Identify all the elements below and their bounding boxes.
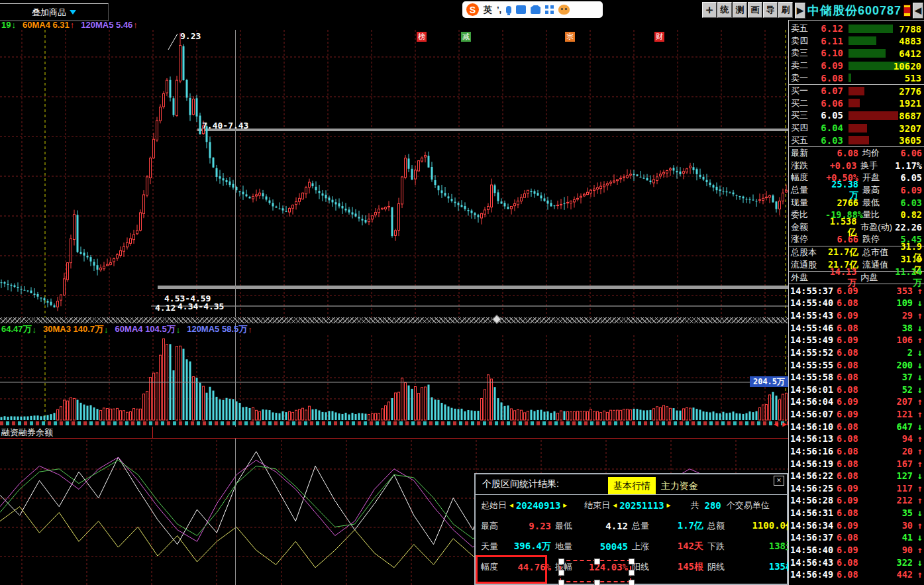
event-marker-财[interactable]: 财	[654, 32, 664, 42]
tool-button-导[interactable]: 导	[763, 2, 778, 18]
time-sales-list[interactable]: 14:55:376.09353↑14:55:406.08109↓14:55:43…	[789, 284, 924, 585]
tick-row: 14:56:286.09212↑	[789, 494, 924, 507]
dialog-stats-grid: 最高9.23最低4.12总量1.7亿总额1100.0亿天量396.4万地量500…	[476, 515, 787, 577]
order-book-row-sell[interactable]: 卖二6.0910620	[789, 60, 924, 72]
volume-crosshair-value-label: 204.5万	[750, 376, 788, 387]
order-book-row-buy[interactable]: 买三6.058687	[789, 109, 924, 122]
up-arrow-icon: ↑	[913, 569, 923, 580]
volume-page-arrows[interactable]: ◄►	[772, 420, 790, 428]
selection-handle[interactable]	[558, 580, 564, 585]
tick-row: 14:56:076.09121↑	[789, 408, 924, 421]
tool-button-统[interactable]: 统	[717, 2, 732, 18]
order-book-row-buy[interactable]: 买一6.072776	[789, 85, 924, 97]
order-book-row-buy[interactable]: 买四6.043207	[789, 122, 924, 134]
date-next-icon[interactable]: ►	[562, 502, 568, 509]
top-bar: 叠加商品 S 英 ’, ✛统测画导刷 ▶ 中储股份600787 ◀	[0, 0, 924, 20]
order-book-row-buy[interactable]: 买二6.061921	[789, 97, 924, 110]
start-date-value[interactable]: 20240913	[516, 500, 560, 511]
indicator-segment: 120MA5 58.5万↑	[187, 325, 252, 334]
start-date-label: 起始日	[481, 500, 507, 511]
panel-expand-button[interactable]: ▶	[795, 3, 805, 19]
up-arrow-icon: ↑	[913, 495, 923, 505]
keyboard-icon[interactable]	[516, 5, 526, 14]
quote-panel: 卖五6.127788卖四6.114883卖三6.106412卖二6.091062…	[788, 20, 924, 585]
overlay-commodity-menu[interactable]: 叠加商品	[0, 3, 109, 21]
event-marker-榜[interactable]: 榜	[417, 32, 427, 42]
down-arrow-icon: ↓	[913, 557, 923, 568]
stock-title-bar: ▶ 中储股份600787 ◀	[795, 2, 923, 19]
up-arrow-icon: ↑	[913, 286, 923, 296]
stock-name: 中储股份600787	[807, 3, 901, 19]
toolbox-grid-icon[interactable]	[545, 5, 554, 14]
selection-handle[interactable]	[629, 580, 635, 585]
down-arrow-icon: ↓	[913, 323, 923, 333]
indicator-segment: 120MA5 5.46↑	[81, 20, 138, 30]
indicator-segment: 64.47万↓	[1, 325, 36, 334]
down-arrow-icon: ↓	[913, 297, 923, 308]
dialog-range-row: 起始日 ◄ 20240913 ► 结束日 ◄ 20251113 ► 共 280 …	[476, 495, 787, 515]
down-arrow-icon: ↓	[913, 507, 923, 518]
tick-row: 14:56:436.08322↓	[789, 556, 924, 568]
peak-price-label: 9.23	[180, 31, 201, 41]
tick-row: 14:55:586.0837↓	[789, 371, 924, 384]
overlay-commodity-label: 叠加商品	[32, 7, 66, 19]
down-arrow-icon: ↓	[913, 532, 923, 543]
down-arrow-icon: ↓	[913, 384, 923, 395]
dialog-stats-row: 天量396.4万地量50045上涨142天下跌138天	[476, 536, 787, 557]
end-date-value[interactable]: 20251113	[619, 500, 664, 511]
order-book-row-sell[interactable]: 卖五6.127788	[789, 23, 924, 35]
quote-stats: 最新6.08均价6.06涨跌+0.03换手1.17%幅度+0.50%开盘6.05…	[789, 147, 924, 246]
indicator-segment: 19↓	[1, 20, 16, 30]
pane-splitter[interactable]	[0, 317, 788, 323]
tool-button-画[interactable]: 画	[748, 2, 762, 18]
tick-row: 14:56:256.09117↑	[789, 482, 924, 494]
skin-icon[interactable]	[531, 5, 540, 14]
tick-row: 14:56:166.0820↑	[789, 445, 924, 458]
indicator-pane-tab[interactable]: 融资融券余额	[0, 427, 788, 439]
stat-row: 现量2766最低6.03	[789, 196, 924, 209]
dialog-header[interactable]: 个股区间统计结果: 基本行情 主力资金 ✕	[476, 474, 787, 495]
chevron-down-icon	[70, 10, 76, 15]
tool-button-测[interactable]: 测	[733, 2, 747, 18]
tab-main-funds[interactable]: 主力资金	[656, 477, 703, 494]
stat-row: 总量25.38万最高6.09	[789, 184, 924, 197]
main-chart-indicator-readout: 19↓60MA4 6.31↑120MA5 5.46↑	[1, 20, 138, 30]
tick-row: 14:56:226.08127↓	[789, 470, 924, 482]
tick-row: 14:55:556.08200↓	[789, 358, 924, 371]
panel-collapse-button[interactable]: ◀	[913, 3, 923, 19]
f10-doc-icon[interactable]	[903, 5, 911, 17]
stat-row: 金额1.538亿市盈(动)22.26	[789, 221, 924, 234]
close-icon[interactable]: ✕	[774, 476, 784, 486]
date-next-icon[interactable]: ►	[666, 502, 672, 509]
event-marker-减[interactable]: 减	[461, 32, 471, 42]
tick-row: 14:56:016.0852↓	[789, 383, 924, 396]
ime-toolbar[interactable]: S 英 ’,	[462, 1, 603, 18]
tick-row: 14:55:466.0838↓	[789, 321, 924, 334]
selection-handle[interactable]	[594, 580, 600, 585]
crosshair-vertical-line	[235, 30, 236, 585]
tick-row: 14:55:496.09106↑	[789, 334, 924, 346]
ime-punct-toggle[interactable]: ’,	[497, 5, 501, 15]
microphone-icon[interactable]	[506, 6, 511, 14]
tick-row: 14:56:106.08647↓	[789, 420, 924, 433]
tab-basic-quote[interactable]: 基本行情	[608, 477, 656, 494]
tick-row: 14:56:376.0841↓	[789, 531, 924, 544]
ime-lang-toggle[interactable]: 英	[484, 4, 492, 16]
order-book-row-buy[interactable]: 买五6.033605	[789, 134, 924, 146]
down-arrow-icon: ↓	[913, 347, 923, 358]
event-marker-宗[interactable]: 宗	[565, 32, 575, 42]
main-candle-chart[interactable]	[0, 30, 788, 317]
date-prev-icon[interactable]: ◄	[611, 502, 618, 509]
stat-row: 涨跌+0.03换手1.17%	[789, 160, 924, 172]
order-book-row-sell[interactable]: 卖三6.106412	[789, 47, 924, 60]
order-book-row-sell[interactable]: 卖四6.114883	[789, 35, 924, 48]
sogou-logo-icon[interactable]: S	[466, 3, 479, 16]
tool-button-刷[interactable]: 刷	[778, 2, 793, 18]
pan-tool-button[interactable]: ✛	[702, 2, 717, 18]
date-prev-icon[interactable]: ◄	[508, 502, 515, 509]
dialog-stats-row: 幅度44.76%振幅124.03%阳线145根阴线135根	[476, 557, 787, 577]
volume-chart[interactable]	[0, 335, 788, 421]
emoji-face-icon[interactable]	[558, 5, 570, 15]
tick-row: 14:56:196.08167↑	[789, 457, 924, 470]
order-book-row-sell[interactable]: 卖一6.08513	[789, 72, 924, 84]
